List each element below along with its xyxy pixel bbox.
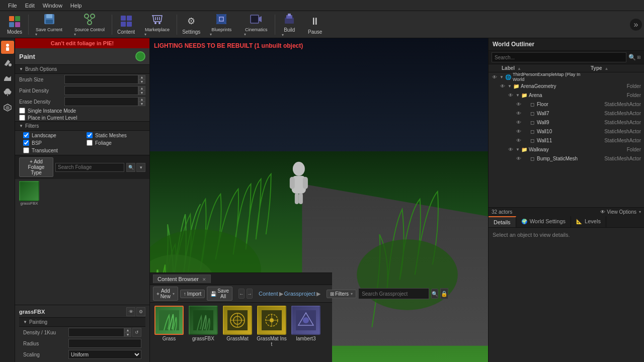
- add-new-button[interactable]: + Add New ▾: [153, 287, 178, 301]
- menu-window[interactable]: Window: [39, 2, 66, 10]
- erase-density-up[interactable]: ▲: [138, 97, 145, 102]
- asset-grassfbx[interactable]: grassFBX: [188, 306, 218, 347]
- foliage-search-input[interactable]: [55, 163, 124, 172]
- blueprints-dropdown[interactable]: ▾: [208, 32, 213, 37]
- mode-paint[interactable]: [1, 56, 14, 69]
- radius-input[interactable]: 0.0: [68, 339, 141, 348]
- density-reset[interactable]: ↺: [132, 328, 141, 337]
- build-button[interactable]: Build ▾: [276, 12, 302, 37]
- outliner-search-input[interactable]: [492, 52, 626, 62]
- cb-search-button[interactable]: 🔍: [431, 289, 438, 299]
- foliage-search-icon[interactable]: 🔍: [126, 163, 135, 172]
- item-eye-wall7[interactable]: 👁: [515, 109, 523, 117]
- erase-density-down[interactable]: ▼: [138, 102, 145, 106]
- item-eye-wall9[interactable]: 👁: [515, 118, 523, 126]
- outliner-item-wall9[interactable]: 👁 ▶ ◻ Wall9 StaticMeshActor: [489, 118, 644, 127]
- content-browser-tab[interactable]: Content Browser ✕: [153, 275, 211, 283]
- outliner-item-floor[interactable]: 👁 ▶ ◻ Floor StaticMeshActor: [489, 100, 644, 109]
- details-tab-details[interactable]: Details: [489, 216, 516, 227]
- add-foliage-button[interactable]: + Add Foliage Type: [19, 157, 53, 177]
- menu-edit[interactable]: Edit: [21, 2, 39, 10]
- cinematics-button[interactable]: Cinematics ▾: [238, 12, 274, 37]
- item-eye-walkway[interactable]: 👁: [507, 145, 515, 153]
- item-expand-areageom[interactable]: ▼: [507, 83, 513, 89]
- static-meshes-checkbox[interactable]: [87, 132, 93, 138]
- item-eye-areageom[interactable]: 👁: [499, 82, 507, 90]
- paint-active-indicator[interactable]: [135, 51, 145, 61]
- view-options-button[interactable]: 👁 View Options ▾: [600, 209, 641, 215]
- col-type-header[interactable]: Type ▲: [591, 65, 641, 71]
- erase-density-input[interactable]: 0.0: [64, 97, 138, 106]
- foliage-view-toggle[interactable]: ▾: [136, 163, 145, 172]
- save-current-dropdown[interactable]: ▾: [34, 32, 39, 37]
- import-button[interactable]: ↑ Import: [180, 290, 205, 298]
- content-browser-tab-close[interactable]: ✕: [202, 277, 206, 282]
- breadcrumb-grassproject[interactable]: Grassproject: [284, 291, 315, 297]
- outliner-item-areageom[interactable]: 👁 ▼ 📁 ArenaGeometry Folder: [489, 81, 644, 90]
- paint-density-down[interactable]: ▼: [138, 90, 145, 95]
- outliner-item-wall11[interactable]: 👁 ▶ ◻ Wall11 StaticMeshActor: [489, 136, 644, 145]
- outliner-item-worldmap[interactable]: 👁 ▼ 🌐 ThirdPersonExampleMap (Play In Wor…: [489, 72, 644, 81]
- foliage-eye-icon[interactable]: 👁: [126, 307, 135, 316]
- settings-button[interactable]: ⚙ Settings: [178, 12, 204, 37]
- outliner-item-bump[interactable]: 👁 ▶ ◻ Bump_StaticMesh StaticMeshActor: [489, 154, 644, 163]
- translucent-checkbox[interactable]: [23, 147, 29, 153]
- marketplace-dropdown[interactable]: ▾: [143, 32, 148, 37]
- modes-button[interactable]: Modes: [2, 12, 27, 37]
- save-current-button[interactable]: Save Current ▾: [30, 12, 68, 37]
- filters-section[interactable]: Filters: [15, 121, 149, 131]
- build-dropdown[interactable]: ▾: [280, 33, 285, 37]
- menu-help[interactable]: Help: [66, 2, 86, 10]
- save-all-button[interactable]: 💾 Save All: [207, 287, 232, 301]
- cinematics-dropdown[interactable]: ▾: [243, 32, 248, 37]
- place-current-level-checkbox[interactable]: [19, 115, 25, 121]
- details-tab-world-settings[interactable]: 🌍 World Settings: [516, 216, 571, 227]
- foliage-item[interactable]: grassFBX: [19, 181, 39, 206]
- foliage-checkbox[interactable]: [87, 140, 93, 146]
- paint-density-up[interactable]: ▲: [138, 86, 145, 90]
- mode-foliage[interactable]: [1, 86, 14, 99]
- brush-size-down[interactable]: ▼: [138, 79, 145, 84]
- cb-search-input[interactable]: [358, 288, 429, 299]
- toolbar-expand-button[interactable]: »: [630, 19, 642, 31]
- col-label-header[interactable]: Label ▲: [502, 65, 591, 71]
- source-control-dropdown[interactable]: ▾: [72, 32, 77, 37]
- scaling-select[interactable]: Uniform Free Locked XY: [68, 350, 141, 359]
- brush-size-input[interactable]: 127.659668: [64, 75, 138, 84]
- bsp-checkbox[interactable]: [23, 140, 29, 146]
- details-tab-levels[interactable]: 📐 Levels: [571, 216, 606, 227]
- foliage-settings-icon[interactable]: ⚙: [136, 307, 145, 316]
- item-eye-bump[interactable]: 👁: [515, 154, 523, 162]
- nav-forward-button[interactable]: →: [247, 289, 253, 299]
- blueprints-button[interactable]: Blueprints ▾: [204, 12, 238, 37]
- outliner-item-walkway[interactable]: 👁 ▼ 📁 Walkway Folder: [489, 145, 644, 154]
- density-up[interactable]: ▲: [124, 328, 131, 332]
- pause-button[interactable]: ⏸ Pause: [302, 12, 328, 37]
- density-down[interactable]: ▼: [124, 332, 131, 337]
- brush-size-up[interactable]: ▲: [138, 75, 145, 79]
- cb-lock-button[interactable]: 🔒: [440, 288, 448, 299]
- outliner-filter-icon[interactable]: ⊞: [637, 55, 641, 60]
- outliner-item-wall7[interactable]: 👁 ▶ ◻ Wall7 StaticMeshActor: [489, 109, 644, 118]
- brush-options-section[interactable]: Brush Options: [15, 64, 149, 74]
- content-button[interactable]: Content: [113, 12, 139, 37]
- asset-grass[interactable]: Grass: [154, 306, 184, 347]
- mode-geometry[interactable]: [1, 101, 14, 114]
- item-expand-arena[interactable]: ▼: [515, 92, 521, 98]
- asset-grassmatinst[interactable]: GrassMat Inst: [257, 306, 287, 347]
- outliner-item-arena[interactable]: 👁 ▼ 📁 Arena Folder: [489, 90, 644, 100]
- viewport[interactable]: LIGHTING NEEDS TO BE REBUILT (1 unbuilt …: [150, 38, 488, 362]
- density-input[interactable]: 1528.571411: [68, 328, 124, 337]
- nav-back-button[interactable]: ←: [238, 289, 245, 299]
- mode-landscape[interactable]: [1, 71, 14, 84]
- menu-file[interactable]: File: [4, 2, 21, 10]
- asset-lambert3[interactable]: lambert3: [291, 306, 321, 347]
- mode-placement[interactable]: [1, 41, 14, 54]
- item-eye-arena[interactable]: 👁: [507, 91, 515, 99]
- asset-grassmat[interactable]: GrassMat: [222, 306, 253, 347]
- breadcrumb-content[interactable]: Content: [259, 291, 278, 297]
- filters-button[interactable]: ⊞ Filters ▾: [327, 290, 356, 298]
- item-eye-wall11[interactable]: 👁: [515, 136, 523, 144]
- item-eye-worldmap[interactable]: 👁: [491, 73, 499, 81]
- outliner-item-wall10[interactable]: 👁 ▶ ◻ Wall10 StaticMeshActor: [489, 127, 644, 136]
